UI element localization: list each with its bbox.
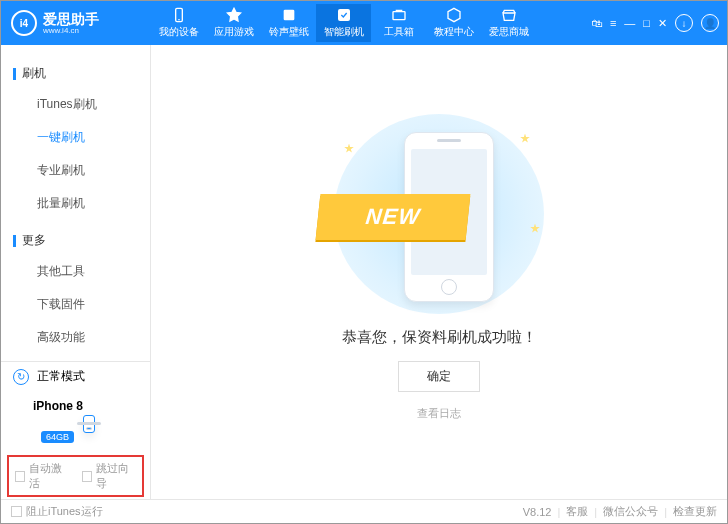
topnav-icon: [336, 7, 352, 23]
topnav-label: 教程中心: [434, 25, 474, 39]
download-icon[interactable]: ↓: [675, 14, 693, 32]
checkbox-skip-guide[interactable]: 跳过向导: [82, 461, 137, 491]
brand-block: i4 爱思助手 www.i4.cn: [1, 10, 151, 36]
topnav-icon: [281, 7, 297, 23]
accent-bar-icon: [13, 235, 16, 247]
device-name: iPhone 8: [33, 399, 83, 413]
sidebar-item[interactable]: 批量刷机: [1, 187, 150, 220]
svg-rect-3: [338, 9, 350, 21]
user-icon[interactable]: 👤: [701, 14, 719, 32]
spark-icon: [344, 144, 354, 154]
title-bar: i4 爱思助手 www.i4.cn 我的设备应用游戏铃声壁纸智能刷机工具箱教程中…: [1, 1, 727, 45]
spark-icon: [520, 134, 530, 144]
brand-sub: www.i4.cn: [43, 26, 99, 35]
support-link[interactable]: 客服: [566, 504, 588, 519]
refresh-icon: ↻: [13, 369, 29, 385]
checkbox-icon: [15, 471, 25, 482]
topnav-label: 铃声壁纸: [269, 25, 309, 39]
window-controls: 🛍 ≡ — □ ✕ ↓ 👤: [591, 14, 727, 32]
sidebar-list: 刷机iTunes刷机一键刷机专业刷机批量刷机更多其他工具下载固件高级功能: [1, 45, 150, 361]
topnav-item-3[interactable]: 智能刷机: [316, 4, 371, 42]
topnav-label: 爱思商城: [489, 25, 529, 39]
sidebar-bottom: ↻ 正常模式 iPhone 8 64GB 自动激活 跳过向导: [1, 361, 150, 499]
maximize-button[interactable]: □: [643, 17, 650, 29]
svg-rect-2: [283, 10, 294, 21]
mode-label: 正常模式: [37, 368, 85, 385]
brand-name: 爱思助手: [43, 12, 99, 26]
topnav-label: 应用游戏: [214, 25, 254, 39]
body: 刷机iTunes刷机一键刷机专业刷机批量刷机更多其他工具下载固件高级功能 ↻ 正…: [1, 45, 727, 499]
storage-badge: 64GB: [41, 431, 74, 443]
success-message: 恭喜您，保资料刷机成功啦！: [342, 328, 537, 347]
topnav-item-5[interactable]: 教程中心: [426, 4, 481, 42]
update-link[interactable]: 检查更新: [673, 504, 717, 519]
topnav-icon: [171, 7, 187, 23]
menu-icon[interactable]: ≡: [610, 17, 616, 29]
device-row[interactable]: iPhone 8 64GB: [1, 391, 150, 449]
new-ribbon: NEW: [316, 194, 471, 240]
topnav-item-4[interactable]: 工具箱: [371, 4, 426, 42]
topnav-item-0[interactable]: 我的设备: [151, 4, 206, 42]
checkbox-auto-activate[interactable]: 自动激活: [15, 461, 70, 491]
success-illustration: NEW: [334, 114, 544, 314]
sidebar-item[interactable]: 专业刷机: [1, 154, 150, 187]
wechat-link[interactable]: 微信公众号: [603, 504, 658, 519]
phone-icon: [83, 415, 95, 433]
topnav-label: 工具箱: [384, 25, 414, 39]
sidebar-item[interactable]: iTunes刷机: [1, 88, 150, 121]
topnav-icon: [226, 7, 242, 23]
topnav-item-2[interactable]: 铃声壁纸: [261, 4, 316, 42]
highlighted-options: 自动激活 跳过向导: [7, 455, 144, 497]
topnav-item-1[interactable]: 应用游戏: [206, 4, 261, 42]
topnav-icon: [446, 7, 462, 23]
accent-bar-icon: [13, 68, 16, 80]
svg-rect-4: [393, 12, 405, 20]
topnav-icon: [391, 7, 407, 23]
sidebar-item[interactable]: 高级功能: [1, 321, 150, 354]
sidebar-group-header: 刷机: [1, 59, 150, 88]
checkbox-icon: [82, 471, 92, 482]
checkbox-icon: [11, 506, 22, 517]
brand-logo-icon: i4: [11, 10, 37, 36]
topnav-item-6[interactable]: 爱思商城: [481, 4, 536, 42]
sidebar-item[interactable]: 下载固件: [1, 288, 150, 321]
minimize-button[interactable]: —: [624, 17, 635, 29]
cart-icon[interactable]: 🛍: [591, 17, 602, 29]
version-label: V8.12: [523, 506, 552, 518]
sidebar-item[interactable]: 其他工具: [1, 255, 150, 288]
view-log-link[interactable]: 查看日志: [417, 406, 461, 421]
close-button[interactable]: ✕: [658, 17, 667, 30]
checkbox-block-itunes[interactable]: 阻止iTunes运行: [11, 504, 103, 519]
sidebar-group-header: 更多: [1, 226, 150, 255]
main-panel: NEW 恭喜您，保资料刷机成功啦！ 确定 查看日志: [151, 45, 727, 499]
sidebar-item[interactable]: 一键刷机: [1, 121, 150, 154]
app-window: i4 爱思助手 www.i4.cn 我的设备应用游戏铃声壁纸智能刷机工具箱教程中…: [0, 0, 728, 524]
topnav-icon: [501, 7, 517, 23]
topnav-label: 我的设备: [159, 25, 199, 39]
sidebar: 刷机iTunes刷机一键刷机专业刷机批量刷机更多其他工具下载固件高级功能 ↻ 正…: [1, 45, 151, 499]
top-nav: 我的设备应用游戏铃声壁纸智能刷机工具箱教程中心爱思商城: [151, 4, 591, 42]
ok-button[interactable]: 确定: [398, 361, 480, 392]
footer-right: V8.12| 客服| 微信公众号| 检查更新: [523, 504, 717, 519]
status-bar: 阻止iTunes运行 V8.12| 客服| 微信公众号| 检查更新: [1, 499, 727, 523]
mode-row[interactable]: ↻ 正常模式: [1, 362, 150, 391]
topnav-label: 智能刷机: [324, 25, 364, 39]
